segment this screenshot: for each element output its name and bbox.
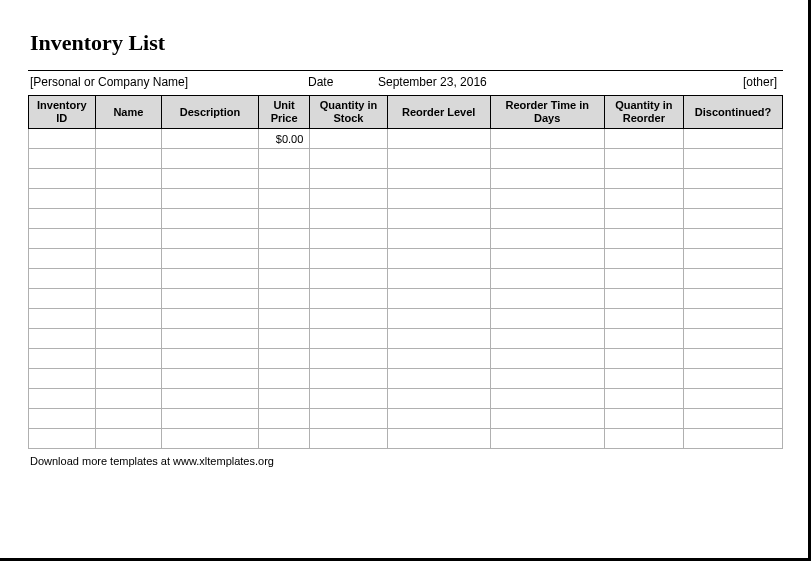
cell-name[interactable] bbox=[95, 329, 162, 349]
cell-qty_reorder[interactable] bbox=[604, 169, 683, 189]
cell-reorder_time[interactable] bbox=[490, 369, 604, 389]
cell-reorder_time[interactable] bbox=[490, 329, 604, 349]
cell-qty_stock[interactable] bbox=[310, 189, 387, 209]
cell-reorder_time[interactable] bbox=[490, 169, 604, 189]
cell-qty_stock[interactable] bbox=[310, 169, 387, 189]
cell-reorder_level[interactable] bbox=[387, 409, 490, 429]
cell-reorder_level[interactable] bbox=[387, 209, 490, 229]
cell-inventory_id[interactable] bbox=[29, 169, 96, 189]
cell-unit_price[interactable] bbox=[258, 349, 310, 369]
cell-reorder_level[interactable] bbox=[387, 349, 490, 369]
cell-reorder_time[interactable] bbox=[490, 269, 604, 289]
cell-inventory_id[interactable] bbox=[29, 129, 96, 149]
cell-reorder_level[interactable] bbox=[387, 149, 490, 169]
cell-reorder_time[interactable] bbox=[490, 149, 604, 169]
cell-unit_price[interactable] bbox=[258, 369, 310, 389]
cell-qty_reorder[interactable] bbox=[604, 409, 683, 429]
cell-reorder_level[interactable] bbox=[387, 169, 490, 189]
cell-discontinued[interactable] bbox=[684, 269, 783, 289]
cell-name[interactable] bbox=[95, 189, 162, 209]
cell-reorder_time[interactable] bbox=[490, 189, 604, 209]
cell-inventory_id[interactable] bbox=[29, 149, 96, 169]
cell-qty_reorder[interactable] bbox=[604, 349, 683, 369]
cell-inventory_id[interactable] bbox=[29, 349, 96, 369]
cell-description[interactable] bbox=[162, 429, 259, 449]
cell-inventory_id[interactable] bbox=[29, 189, 96, 209]
cell-qty_stock[interactable] bbox=[310, 129, 387, 149]
cell-inventory_id[interactable] bbox=[29, 309, 96, 329]
cell-discontinued[interactable] bbox=[684, 409, 783, 429]
cell-qty_reorder[interactable] bbox=[604, 149, 683, 169]
cell-qty_reorder[interactable] bbox=[604, 129, 683, 149]
cell-inventory_id[interactable] bbox=[29, 229, 96, 249]
cell-description[interactable] bbox=[162, 389, 259, 409]
cell-reorder_level[interactable] bbox=[387, 129, 490, 149]
cell-reorder_time[interactable] bbox=[490, 209, 604, 229]
cell-description[interactable] bbox=[162, 129, 259, 149]
cell-unit_price[interactable] bbox=[258, 409, 310, 429]
cell-reorder_time[interactable] bbox=[490, 349, 604, 369]
cell-name[interactable] bbox=[95, 169, 162, 189]
cell-description[interactable] bbox=[162, 249, 259, 269]
cell-qty_stock[interactable] bbox=[310, 349, 387, 369]
cell-reorder_time[interactable] bbox=[490, 229, 604, 249]
cell-description[interactable] bbox=[162, 149, 259, 169]
cell-discontinued[interactable] bbox=[684, 169, 783, 189]
cell-inventory_id[interactable] bbox=[29, 409, 96, 429]
cell-name[interactable] bbox=[95, 209, 162, 229]
cell-name[interactable] bbox=[95, 269, 162, 289]
cell-name[interactable] bbox=[95, 429, 162, 449]
cell-qty_reorder[interactable] bbox=[604, 249, 683, 269]
cell-discontinued[interactable] bbox=[684, 309, 783, 329]
cell-description[interactable] bbox=[162, 169, 259, 189]
cell-description[interactable] bbox=[162, 369, 259, 389]
cell-name[interactable] bbox=[95, 389, 162, 409]
cell-reorder_level[interactable] bbox=[387, 189, 490, 209]
cell-inventory_id[interactable] bbox=[29, 389, 96, 409]
cell-qty_reorder[interactable] bbox=[604, 309, 683, 329]
cell-name[interactable] bbox=[95, 349, 162, 369]
cell-unit_price[interactable] bbox=[258, 169, 310, 189]
cell-qty_reorder[interactable] bbox=[604, 329, 683, 349]
cell-unit_price[interactable] bbox=[258, 309, 310, 329]
cell-discontinued[interactable] bbox=[684, 129, 783, 149]
cell-description[interactable] bbox=[162, 209, 259, 229]
cell-inventory_id[interactable] bbox=[29, 329, 96, 349]
cell-discontinued[interactable] bbox=[684, 249, 783, 269]
cell-name[interactable] bbox=[95, 409, 162, 429]
cell-unit_price[interactable] bbox=[258, 329, 310, 349]
cell-description[interactable] bbox=[162, 409, 259, 429]
cell-reorder_level[interactable] bbox=[387, 289, 490, 309]
cell-unit_price[interactable] bbox=[258, 209, 310, 229]
cell-discontinued[interactable] bbox=[684, 349, 783, 369]
cell-name[interactable] bbox=[95, 129, 162, 149]
cell-discontinued[interactable] bbox=[684, 389, 783, 409]
cell-reorder_time[interactable] bbox=[490, 429, 604, 449]
cell-unit_price[interactable] bbox=[258, 189, 310, 209]
cell-reorder_level[interactable] bbox=[387, 249, 490, 269]
cell-description[interactable] bbox=[162, 329, 259, 349]
cell-qty_stock[interactable] bbox=[310, 149, 387, 169]
cell-reorder_level[interactable] bbox=[387, 229, 490, 249]
cell-unit_price[interactable] bbox=[258, 149, 310, 169]
cell-reorder_level[interactable] bbox=[387, 269, 490, 289]
cell-qty_reorder[interactable] bbox=[604, 229, 683, 249]
cell-qty_reorder[interactable] bbox=[604, 369, 683, 389]
cell-qty_stock[interactable] bbox=[310, 289, 387, 309]
cell-description[interactable] bbox=[162, 349, 259, 369]
cell-discontinued[interactable] bbox=[684, 429, 783, 449]
cell-name[interactable] bbox=[95, 289, 162, 309]
cell-inventory_id[interactable] bbox=[29, 289, 96, 309]
cell-qty_stock[interactable] bbox=[310, 309, 387, 329]
cell-unit_price[interactable] bbox=[258, 229, 310, 249]
cell-name[interactable] bbox=[95, 249, 162, 269]
cell-discontinued[interactable] bbox=[684, 149, 783, 169]
cell-reorder_level[interactable] bbox=[387, 389, 490, 409]
cell-discontinued[interactable] bbox=[684, 289, 783, 309]
cell-unit_price[interactable] bbox=[258, 249, 310, 269]
cell-reorder_time[interactable] bbox=[490, 289, 604, 309]
cell-qty_stock[interactable] bbox=[310, 389, 387, 409]
cell-reorder_level[interactable] bbox=[387, 429, 490, 449]
cell-qty_stock[interactable] bbox=[310, 269, 387, 289]
cell-inventory_id[interactable] bbox=[29, 369, 96, 389]
